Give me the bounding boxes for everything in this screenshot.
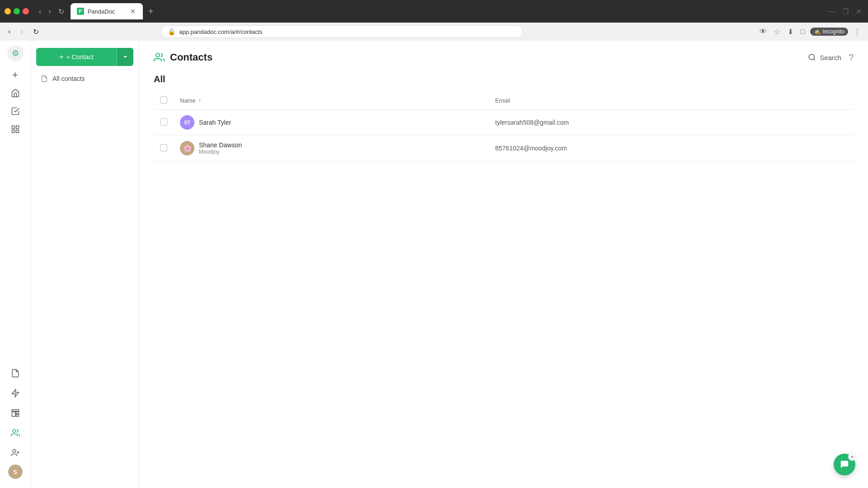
star-icon[interactable]: ☆ <box>772 26 782 38</box>
table-row: ST Sarah Tyler tylersarah508@gmail.com <box>154 110 854 136</box>
menu-icon[interactable]: ⋮ <box>852 26 863 38</box>
shane-name: Shane Dawson <box>199 141 242 149</box>
chevron-down-icon <box>123 54 128 60</box>
add-contact-dropdown-btn[interactable] <box>117 48 133 66</box>
close-window-btn[interactable]: ✕ <box>854 5 863 18</box>
incognito-badge: 🕵 Incognito <box>810 28 848 36</box>
addr-back-btn[interactable]: ‹ <box>5 26 13 38</box>
eye-off-icon[interactable]: 👁 <box>758 26 769 38</box>
addr-refresh-btn[interactable]: ↻ <box>30 26 42 38</box>
nav-documents-btn[interactable] <box>7 365 24 381</box>
name-column-header[interactable]: Name ↑ <box>174 92 489 110</box>
maximize-btn[interactable] <box>14 8 20 14</box>
svg-rect-1 <box>16 126 19 129</box>
nav-home-btn[interactable] <box>7 85 24 101</box>
close-btn[interactable] <box>23 8 29 14</box>
addr-forward-btn[interactable]: › <box>18 26 25 38</box>
select-all-checkbox[interactable] <box>160 96 167 103</box>
address-bar-row: ‹ › ↻ 🔒 app.pandadoc.com/a/#/contacts 👁 … <box>0 23 868 41</box>
name-header-label: Name <box>180 97 196 104</box>
all-contacts-label: All contacts <box>52 75 85 82</box>
back-btn[interactable]: ‹ <box>36 5 44 17</box>
svg-line-15 <box>814 59 815 60</box>
table-header: Name ↑ Email <box>154 92 854 110</box>
sort-asc-icon: ↑ <box>198 98 201 104</box>
row-checkbox-sarah[interactable] <box>160 118 167 126</box>
nav-add-btn[interactable]: + <box>7 67 24 83</box>
left-nav: ⚙ + <box>0 41 31 488</box>
forward-btn[interactable]: › <box>46 5 53 17</box>
nav-bottom: S <box>7 365 24 483</box>
file-icon <box>41 75 48 82</box>
add-contact-label: + Contact <box>66 53 94 61</box>
incognito-icon: 🕵 <box>814 28 821 35</box>
tab-title: PandaDoc <box>88 8 126 15</box>
row-checkbox-cell <box>154 110 174 136</box>
tab-favicon: P <box>77 8 84 15</box>
svg-rect-0 <box>12 126 14 129</box>
nav-templates-btn[interactable] <box>7 405 24 421</box>
chat-close-btn[interactable]: ✕ <box>848 453 856 461</box>
page-title-row: Contacts <box>154 52 212 63</box>
shane-avatar: 🌸 <box>180 141 194 155</box>
url-text: app.pandadoc.com/a/#/contacts <box>179 28 516 35</box>
avatar-initials: S <box>8 465 23 479</box>
search-btn[interactable]: Search <box>808 53 841 61</box>
header-actions: Search ? <box>808 52 854 63</box>
svg-rect-2 <box>16 130 19 133</box>
download-icon[interactable]: ⬇ <box>786 26 795 38</box>
svg-marker-4 <box>12 389 19 397</box>
svg-point-13 <box>156 53 160 57</box>
sarah-email: tylersarah508@gmail.com <box>495 119 569 126</box>
nav-automations-btn[interactable] <box>7 385 24 401</box>
nav-invite-btn[interactable] <box>7 445 24 461</box>
shane-name-cell[interactable]: 🌸 Shane Dawson Moodjoy <box>174 136 489 161</box>
nav-tasks-btn[interactable] <box>7 103 24 119</box>
svg-rect-3 <box>12 130 14 133</box>
chat-bubble[interactable]: ✕ <box>834 454 855 475</box>
sarah-email-cell: tylersarah508@gmail.com <box>489 110 854 136</box>
email-column-header: Email <box>489 92 854 110</box>
app-body: ⚙ + <box>0 41 868 488</box>
page-title: Contacts <box>170 52 212 63</box>
contacts-page-icon <box>154 52 165 63</box>
logo-icon: ⚙ <box>12 48 19 58</box>
svg-point-10 <box>13 450 16 453</box>
new-tab-btn[interactable]: + <box>145 5 157 19</box>
address-bar[interactable]: 🔒 app.pandadoc.com/a/#/contacts <box>161 25 523 38</box>
shane-avatar-emoji: 🌸 <box>184 145 191 152</box>
shane-email-cell: 85761024@moodjoy.com <box>489 136 854 161</box>
row-checkbox-shane[interactable] <box>160 144 167 151</box>
page-header: Contacts Search ? <box>154 52 854 63</box>
help-btn[interactable]: ? <box>849 52 854 63</box>
minimize-btn[interactable] <box>5 8 11 14</box>
tab-bar: P PandaDoc ✕ + <box>71 3 822 19</box>
extensions-icon[interactable]: □ <box>799 26 807 38</box>
add-icon: + <box>59 53 63 61</box>
sarah-avatar: ST <box>180 115 194 130</box>
sarah-name-cell[interactable]: ST Sarah Tyler <box>174 110 489 136</box>
restore-window-btn[interactable]: ❐ <box>840 5 850 18</box>
svg-rect-6 <box>12 412 15 417</box>
refresh-btn[interactable]: ↻ <box>56 5 67 18</box>
svg-point-9 <box>13 430 16 433</box>
user-avatar[interactable]: S <box>8 465 23 479</box>
minimize-window-btn[interactable]: — <box>826 5 837 17</box>
active-tab[interactable]: P PandaDoc ✕ <box>71 3 143 19</box>
nav-contacts-btn[interactable] <box>7 425 24 441</box>
add-contact-main[interactable]: + + Contact <box>36 48 117 66</box>
nav-analytics-btn[interactable] <box>7 121 24 137</box>
add-contact-btn[interactable]: + + Contact <box>36 48 133 66</box>
sidebar-list: All contacts <box>36 71 133 86</box>
tab-close-btn[interactable]: ✕ <box>129 8 137 15</box>
browser-chrome: ‹ › ↻ P PandaDoc ✕ + — ❐ ✕ <box>0 0 868 23</box>
search-label: Search <box>820 54 841 61</box>
email-header-label: Email <box>495 97 510 104</box>
content-sidebar: + + Contact All contacts <box>31 41 139 488</box>
sidebar-item-all-contacts[interactable]: All contacts <box>36 71 133 86</box>
main-content: Contacts Search ? All Name <box>139 41 868 488</box>
search-icon <box>808 53 816 61</box>
sarah-name: Sarah Tyler <box>199 119 231 126</box>
nav-logo[interactable]: ⚙ <box>7 45 24 61</box>
table-row: 🌸 Shane Dawson Moodjoy 85761024@moodjoy.… <box>154 136 854 161</box>
